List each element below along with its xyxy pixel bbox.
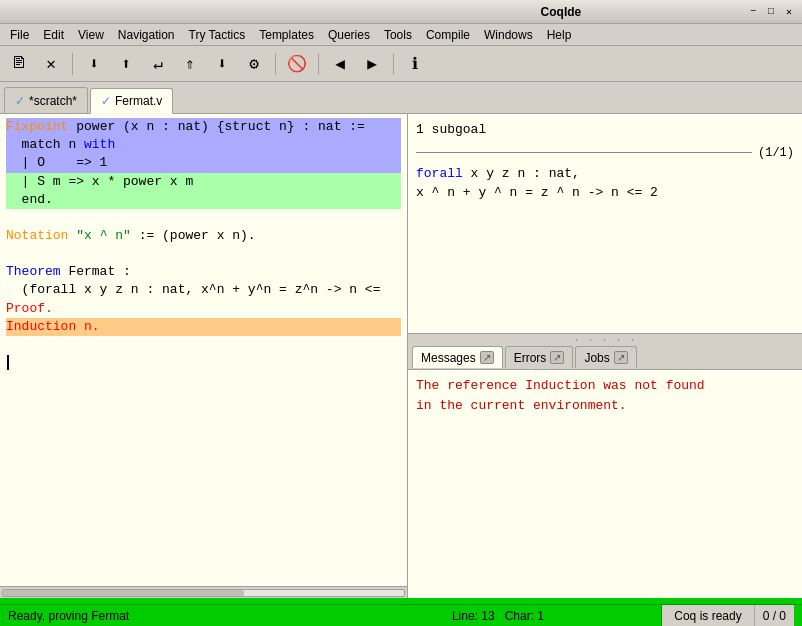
messages-tab-label: Messages: [421, 351, 476, 365]
editor-scrollbar[interactable]: [0, 586, 407, 598]
code-line: [6, 336, 401, 354]
tab-scratch[interactable]: ✓*scratch*: [4, 87, 88, 113]
goal-counter: (1/1): [758, 144, 794, 162]
code-line: | S m => x * power x m: [6, 173, 401, 191]
goal-body: forall x y z n : nat, x ^ n + y ^ n = z …: [416, 164, 794, 203]
menu-item-file[interactable]: File: [4, 27, 35, 43]
title-bar: CoqIde − □ ✕: [0, 0, 802, 24]
tab-label: Fermat.v: [115, 94, 162, 108]
messages-tabs: Messages↗Errors↗Jobs↗: [408, 342, 802, 370]
coq-status: Coq is ready: [661, 605, 753, 627]
code-line: Fixpoint power (x n : nat) {struct n} : …: [6, 118, 401, 136]
step-up-icon[interactable]: ⬆: [113, 51, 139, 77]
main-area: Fixpoint power (x n : nat) {struct n} : …: [0, 114, 802, 598]
menu-item-view[interactable]: View: [72, 27, 110, 43]
stop-icon[interactable]: 🚫: [284, 51, 310, 77]
code-line: [6, 209, 401, 227]
back-icon[interactable]: ◀: [327, 51, 353, 77]
editor-panel: Fixpoint power (x n : nat) {struct n} : …: [0, 114, 408, 598]
window-controls[interactable]: − □ ✕: [746, 6, 796, 18]
scrollbar-thumb: [3, 590, 244, 596]
settings-icon[interactable]: ⚙: [241, 51, 267, 77]
code-line: (forall x y z n : nat, x^n + y^n = z^n -…: [6, 281, 401, 299]
messages-tab-messages[interactable]: Messages↗: [412, 346, 503, 368]
menu-item-compile[interactable]: Compile: [420, 27, 476, 43]
tab-fermat[interactable]: ✓Fermat.v: [90, 88, 173, 114]
messages-content: The reference Induction was not found in…: [408, 370, 802, 598]
toolbar-separator: [72, 53, 73, 75]
to-top-icon[interactable]: ⇑: [177, 51, 203, 77]
messages-tab-arrow-icon[interactable]: ↗: [614, 351, 628, 364]
status-center: Line: 13 Char: 1: [335, 609, 662, 623]
status-left: Ready, proving Fermat: [8, 609, 335, 623]
menu-bar: FileEditViewNavigationTry TacticsTemplat…: [0, 24, 802, 46]
messages-tab-label: Errors: [514, 351, 547, 365]
code-line: Proof.: [6, 300, 401, 318]
tab-label: *scratch*: [29, 94, 77, 108]
code-line: | O => 1: [6, 154, 401, 172]
goal-panel: 1 subgoal (1/1) forall x y z n : nat, x …: [408, 114, 802, 334]
menu-item-templates[interactable]: Templates: [253, 27, 320, 43]
tab-check-icon: ✓: [101, 94, 111, 108]
info-icon[interactable]: ℹ: [402, 51, 428, 77]
toolbar-separator: [275, 53, 276, 75]
menu-item-tools[interactable]: Tools: [378, 27, 418, 43]
menu-item-navigation[interactable]: Navigation: [112, 27, 181, 43]
close-icon[interactable]: ✕: [38, 51, 64, 77]
close-button[interactable]: ✕: [782, 6, 796, 18]
menu-item-windows[interactable]: Windows: [478, 27, 539, 43]
goal-header: 1 subgoal: [416, 120, 794, 140]
menu-item-edit[interactable]: Edit: [37, 27, 70, 43]
code-line: match n with: [6, 136, 401, 154]
code-line: Theorem Fermat :: [6, 263, 401, 281]
messages-tab-arrow-icon[interactable]: ↗: [480, 351, 494, 364]
proof-count: 0 / 0: [754, 605, 794, 627]
cursor-line[interactable]: [6, 354, 401, 372]
status-right: Coq is ready 0 / 0: [661, 605, 794, 627]
maximize-button[interactable]: □: [764, 6, 778, 18]
messages-panel: Messages↗Errors↗Jobs↗ The reference Indu…: [408, 342, 802, 598]
toolbar: 🖹✕⬇⬆↵⇑⬇⚙🚫◀▶ℹ: [0, 46, 802, 82]
new-file-icon[interactable]: 🖹: [6, 51, 32, 77]
messages-tab-jobs[interactable]: Jobs↗: [575, 346, 636, 368]
messages-tab-arrow-icon[interactable]: ↗: [550, 351, 564, 364]
code-line: end.: [6, 191, 401, 209]
messages-tab-errors[interactable]: Errors↗: [505, 346, 574, 368]
horizontal-scrollbar[interactable]: [2, 589, 405, 597]
toolbar-separator: [318, 53, 319, 75]
window-title: CoqIde: [376, 5, 746, 19]
minimize-button[interactable]: −: [746, 6, 760, 18]
step-down-icon[interactable]: ⬇: [81, 51, 107, 77]
editor-content[interactable]: Fixpoint power (x n : nat) {struct n} : …: [0, 114, 407, 586]
menu-item-help[interactable]: Help: [541, 27, 578, 43]
toolbar-separator: [393, 53, 394, 75]
code-line: Notation "x ^ n" := (power x n).: [6, 227, 401, 245]
menu-item-queries[interactable]: Queries: [322, 27, 376, 43]
to-bottom-icon[interactable]: ⬇: [209, 51, 235, 77]
status-bar: Ready, proving Fermat Line: 13 Char: 1 C…: [0, 604, 802, 626]
resize-handle[interactable]: . . . . .: [408, 334, 802, 342]
tabs: ✓*scratch*✓Fermat.v: [0, 82, 802, 114]
go-to-icon[interactable]: ↵: [145, 51, 171, 77]
code-line: Induction n.: [6, 318, 401, 336]
messages-tab-label: Jobs: [584, 351, 609, 365]
tab-check-icon: ✓: [15, 94, 25, 108]
forward-icon[interactable]: ▶: [359, 51, 385, 77]
right-panel: 1 subgoal (1/1) forall x y z n : nat, x …: [408, 114, 802, 598]
menu-item-try-tactics[interactable]: Try Tactics: [183, 27, 252, 43]
code-line: [6, 245, 401, 263]
